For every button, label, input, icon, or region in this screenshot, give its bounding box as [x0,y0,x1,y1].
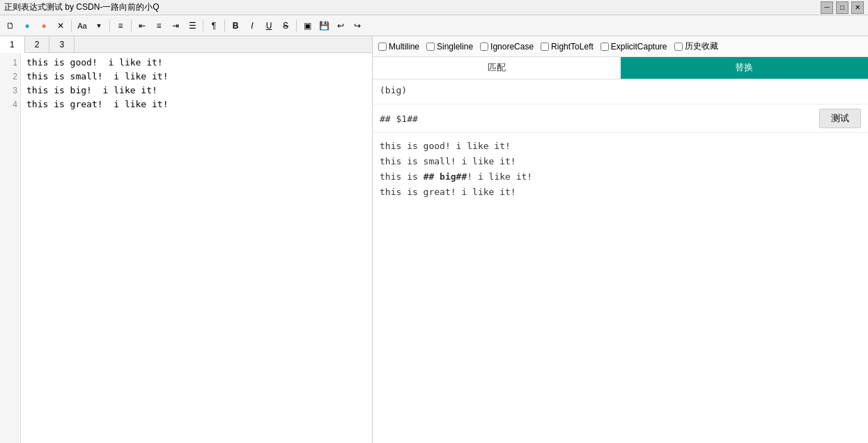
righttoleft-checkbox[interactable] [541,42,549,51]
paragraph-button[interactable]: ¶ [206,18,222,33]
sep3 [131,20,132,32]
history-checkbox[interactable] [674,42,683,51]
font-aa-button[interactable]: Aa [75,18,90,33]
line-num-1: 1 [3,56,17,70]
minimize-button[interactable]: ─ [821,1,833,14]
title-bar-controls: ─ □ ✕ [821,1,864,14]
option-multiline[interactable]: Multiline [378,42,419,52]
line-num-3: 3 [3,84,17,98]
tab-1[interactable]: 1 [0,36,25,53]
ignorecase-checkbox[interactable] [480,42,488,51]
editor-content: 1 2 3 4 this is good! i like it! this is… [0,53,372,443]
align-right-button[interactable]: ⇥ [168,18,183,33]
result-line-1: this is good! i like it! [380,139,861,154]
pattern-section: (big) [373,79,868,104]
pattern-text: (big) [380,85,407,95]
bold-button[interactable]: B [228,18,243,33]
explicitcapture-label: ExplicitCapture [611,42,667,52]
highlight-big: ## big## [424,171,467,182]
history-label: 历史收藏 [685,40,718,52]
line-num-4: 4 [3,98,17,111]
sep2 [109,20,110,32]
align-center-button[interactable]: ≡ [151,18,166,33]
match-tab-label: 匹配 [488,61,506,74]
maximize-button[interactable]: □ [836,1,848,14]
open-file-button[interactable]: ● [20,18,35,33]
options-bar: Multiline Singleline IgnoreCase RightToL… [373,36,868,57]
editor-text-area[interactable]: this is good! i like it! this is small! … [21,53,372,443]
singleline-label: Singleline [437,42,473,52]
sep1 [71,20,72,32]
option-explicitcapture[interactable]: ExplicitCapture [600,42,667,52]
align-left-button[interactable]: ⇤ [134,18,150,33]
title-bar-text: 正则表达式测试 by CSDN-一路向前的小Q [4,1,821,13]
option-righttoleft[interactable]: RightToLeft [541,42,594,52]
multiline-label: Multiline [389,42,419,52]
righttoleft-label: RightToLeft [551,42,594,52]
result-line-2: this is small! i like it! [380,154,861,169]
editor-panel: 1 2 3 1 2 3 4 this is good! i like it! t… [0,36,373,443]
toolbar: 🗋 ● ● ✕ Aa ▼ ≡ ⇤ ≡ ⇥ ☰ ¶ B I U S ▣ 💾 ↩ ↪ [0,15,868,36]
replace-input[interactable]: ## $1## [380,114,814,124]
regex-panel: Multiline Singleline IgnoreCase RightToL… [373,36,868,443]
test-button[interactable]: 测试 [819,109,861,128]
insert-box-button[interactable]: ▣ [300,18,315,33]
close-file-button[interactable]: ✕ [53,18,68,33]
multiline-checkbox[interactable] [378,42,387,51]
replace-tab-label: 替换 [735,61,753,74]
new-file-button[interactable]: 🗋 [3,18,18,33]
strikethrough-button[interactable]: S [278,18,293,33]
tab-2[interactable]: 2 [25,36,50,52]
underline-button[interactable]: U [261,18,277,33]
close-button[interactable]: ✕ [851,1,864,14]
option-history[interactable]: 历史收藏 [674,40,718,52]
results-area: this is good! i like it! this is small! … [373,133,868,443]
explicitcapture-checkbox[interactable] [600,42,609,51]
font-down-button[interactable]: ▼ [91,18,107,33]
option-singleline[interactable]: Singleline [426,42,473,52]
sep5 [224,20,225,32]
undo-button[interactable]: ↩ [333,18,348,33]
tab-3[interactable]: 3 [49,36,75,52]
option-ignorecase[interactable]: IgnoreCase [480,42,534,52]
align-justify-button[interactable]: ☰ [185,18,200,33]
match-tabs: 匹配 替换 [373,57,868,79]
match-tab[interactable]: 匹配 [373,57,621,79]
ignorecase-label: IgnoreCase [490,42,534,52]
result-line-3: this is ## big##! i like it! [380,169,861,185]
redo-button[interactable]: ↪ [350,18,365,33]
sep4 [203,20,203,32]
indent-button[interactable]: ≡ [113,18,128,33]
main-container: 1 2 3 1 2 3 4 this is good! i like it! t… [0,36,868,443]
sep6 [296,20,297,32]
line-numbers: 1 2 3 4 [0,53,21,443]
save-button[interactable]: 💾 [316,18,332,33]
title-bar: 正则表达式测试 by CSDN-一路向前的小Q ─ □ ✕ [0,0,868,15]
italic-button[interactable]: I [245,18,260,33]
replace-tab[interactable]: 替换 [621,57,869,79]
open2-button[interactable]: ● [36,18,52,33]
tab-bar: 1 2 3 [0,36,372,53]
replace-section: ## $1## 测试 [373,104,868,133]
line-num-2: 2 [3,70,17,84]
singleline-checkbox[interactable] [426,42,435,51]
result-line-4: this is great! i like it! [380,185,861,200]
